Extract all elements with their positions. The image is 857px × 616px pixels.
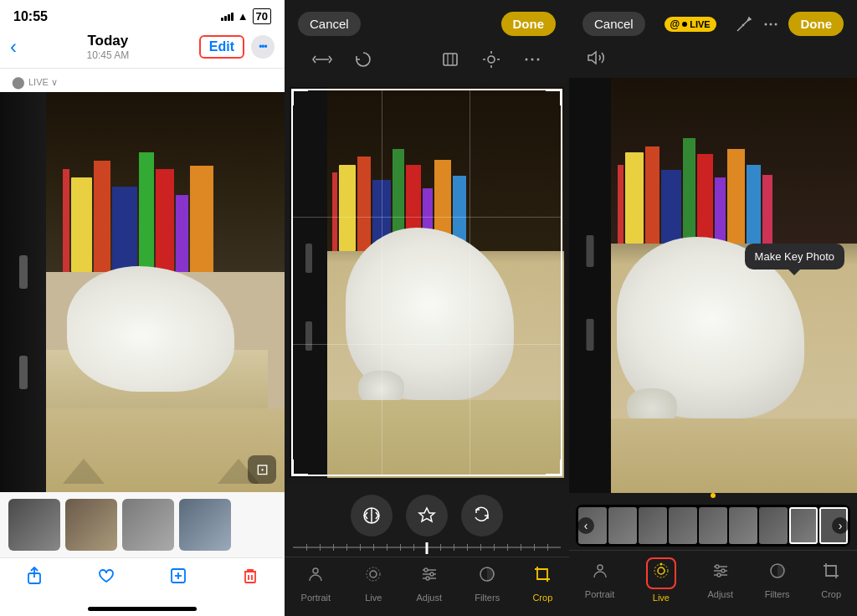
live-frames-bar[interactable]: ‹ › [569, 500, 857, 550]
crop-corner-tl[interactable] [291, 89, 308, 105]
live-frame-6[interactable] [729, 507, 757, 544]
frames-right-arrow[interactable]: › [832, 517, 849, 534]
live-frame-5[interactable] [699, 507, 727, 544]
cancel-button-live[interactable]: Cancel [582, 12, 645, 36]
filters-label: Filters [475, 593, 500, 603]
p3-tab-crop[interactable]: Crop [821, 561, 841, 599]
live-frame-3[interactable] [639, 507, 667, 544]
live-dot-indicator [682, 22, 687, 27]
crop-corner-tr[interactable] [546, 89, 562, 105]
crop-photo[interactable] [285, 82, 569, 483]
slider-handle[interactable] [426, 542, 428, 554]
at-symbol: @ [670, 18, 680, 30]
status-time: 10:55 [13, 9, 48, 24]
fullscreen-icon[interactable]: ⊡ [248, 455, 276, 484]
svg-point-10 [488, 56, 495, 63]
live-mode-badge: @ LIVE [665, 17, 716, 32]
crop-frame[interactable] [291, 89, 562, 476]
thumbnail-1[interactable] [8, 499, 60, 551]
p3-portrait-label: Portrait [585, 589, 614, 599]
p3-portrait-icon [590, 561, 610, 586]
add-to-album-button[interactable] [169, 567, 187, 590]
thumbnail-3[interactable] [122, 499, 174, 551]
transform-tools [285, 483, 569, 543]
crop-grid-h1 [293, 217, 561, 218]
live-photo-area[interactable]: Make Key Photo [569, 78, 857, 493]
rotate-icon[interactable] [353, 49, 373, 74]
svg-point-17 [536, 59, 539, 61]
adjust-label: Adjust [416, 593, 442, 603]
wand-icon[interactable] [735, 15, 753, 33]
rotate-tool[interactable] [461, 495, 503, 536]
p3-live-icon [651, 561, 671, 586]
frames-left-arrow[interactable]: ‹ [577, 517, 594, 534]
sound-icon[interactable] [586, 48, 606, 71]
main-photo[interactable]: ⊡ [0, 92, 285, 492]
more-icon-live[interactable] [762, 15, 780, 33]
live-badge[interactable]: ⬤ LIVE ∨ [0, 69, 285, 92]
tab-portrait[interactable]: Portrait [301, 564, 331, 603]
tab-filters[interactable]: Filters [475, 564, 500, 603]
cancel-button[interactable]: Cancel [298, 12, 361, 36]
p3-tab-adjust[interactable]: Adjust [707, 561, 733, 599]
panel-edit-crop: Cancel Done [285, 0, 569, 616]
p3-adjust-icon [711, 561, 731, 586]
status-bar: 10:55 ▲ 70 [0, 0, 285, 29]
live-frame-7[interactable] [759, 507, 788, 544]
live-frame-8[interactable] [789, 507, 818, 544]
tab-crop[interactable]: Crop [532, 564, 552, 603]
like-button[interactable] [97, 567, 115, 590]
svg-point-33 [770, 23, 772, 25]
p3-tab-portrait[interactable]: Portrait [585, 561, 614, 599]
crop-grid-v2 [470, 90, 470, 475]
p3-filters-icon [767, 561, 788, 586]
live-frame-2[interactable] [608, 507, 637, 544]
svg-point-39 [659, 563, 662, 566]
slider-track[interactable] [293, 547, 561, 548]
crop-grid-h2 [293, 344, 561, 345]
edit-header: Cancel Done [285, 0, 569, 44]
p3-live-label: Live [653, 593, 670, 603]
live-frames-scroll[interactable]: ‹ › [576, 505, 850, 547]
svg-rect-4 [245, 572, 255, 583]
tab-adjust[interactable]: Adjust [416, 564, 442, 603]
crop-icon [532, 564, 552, 589]
aspect-icon[interactable] [440, 49, 460, 74]
delete-button[interactable] [241, 567, 259, 590]
p3-adjust-label: Adjust [707, 589, 733, 599]
share-button[interactable] [25, 567, 44, 590]
straighten-tool[interactable] [406, 495, 448, 536]
edit-button[interactable]: Edit [199, 35, 244, 59]
svg-point-32 [765, 23, 767, 25]
done-button-live[interactable]: Done [788, 12, 844, 36]
svg-point-15 [525, 59, 527, 61]
crop-corner-bl[interactable] [291, 459, 308, 476]
rotation-slider[interactable] [285, 543, 569, 557]
back-button[interactable]: ‹ [10, 35, 17, 59]
flip-icon[interactable] [312, 49, 332, 74]
nav-title: Today 10:45 AM [87, 33, 130, 61]
live-icon: ⬤ [12, 75, 25, 89]
live-tab-label: Live [365, 593, 382, 603]
crop-corner-br[interactable] [546, 459, 562, 476]
dog-area [42, 224, 268, 417]
battery-level: 70 [256, 10, 268, 23]
nav-bar: ‹ Today 10:45 AM Edit ••• [0, 29, 285, 69]
more-edit-icon[interactable] [522, 49, 542, 74]
live-frame-4[interactable] [669, 507, 697, 544]
done-button[interactable]: Done [501, 12, 557, 36]
auto-icon[interactable] [481, 49, 501, 74]
more-button[interactable]: ••• [251, 35, 275, 59]
frames-position-dot [711, 493, 716, 498]
thumbnail-4[interactable] [179, 499, 231, 551]
tab-live[interactable]: Live [363, 564, 383, 603]
p3-crop-icon [821, 561, 841, 586]
svg-point-34 [775, 23, 777, 25]
p3-tab-live[interactable]: Live [646, 557, 676, 603]
live-edit-icons [569, 44, 857, 78]
flip-tool[interactable] [351, 495, 393, 536]
thumbnail-2[interactable] [65, 499, 117, 551]
svg-point-23 [367, 567, 380, 581]
svg-point-27 [424, 568, 428, 572]
p3-tab-filters[interactable]: Filters [765, 561, 790, 599]
